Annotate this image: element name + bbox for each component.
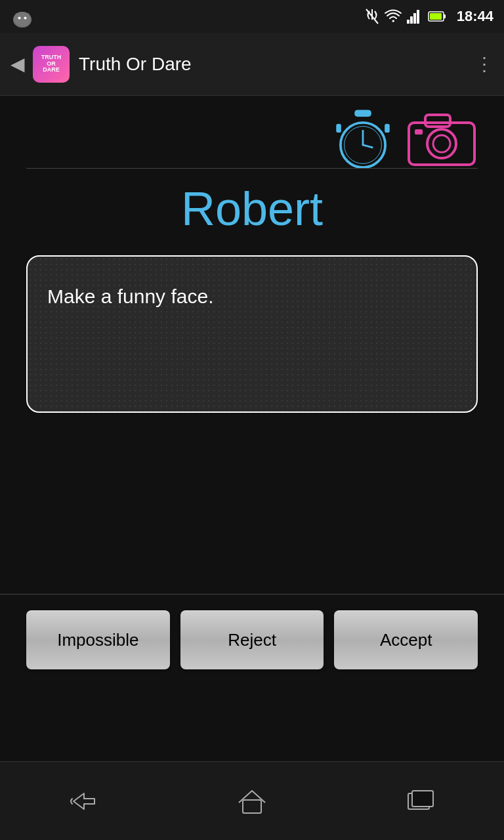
svg-rect-17 xyxy=(355,110,371,116)
svg-rect-11 xyxy=(410,16,413,24)
action-buttons: Impossible Reject Accept xyxy=(0,610,504,669)
challenge-text: Make a funny face. xyxy=(47,283,213,310)
header-divider xyxy=(26,168,478,169)
challenge-card: Make a funny face. xyxy=(26,255,478,413)
svg-point-6 xyxy=(14,12,31,26)
svg-rect-16 xyxy=(430,13,442,20)
status-bar: 18:44 xyxy=(0,0,504,33)
nav-home-icon xyxy=(238,788,266,814)
svg-rect-15 xyxy=(444,14,446,18)
nav-bar xyxy=(0,761,504,840)
signal-icon xyxy=(407,9,423,24)
accept-button[interactable]: Accept xyxy=(334,610,478,669)
camera-icon[interactable] xyxy=(406,109,478,168)
app-bar: ◀ TRUTHORDARE Truth Or Dare ⋮ xyxy=(0,33,504,96)
nav-back-button[interactable] xyxy=(58,782,110,821)
battery-icon xyxy=(428,10,446,22)
bottom-divider xyxy=(0,594,504,595)
svg-point-8 xyxy=(24,17,27,20)
svg-rect-12 xyxy=(413,13,416,24)
svg-point-26 xyxy=(427,129,456,158)
svg-point-27 xyxy=(433,135,450,152)
wifi-icon xyxy=(385,9,402,24)
svg-rect-22 xyxy=(336,124,341,133)
impossible-button[interactable]: Impossible xyxy=(26,610,170,669)
svg-rect-25 xyxy=(425,115,450,127)
mute-icon xyxy=(365,8,379,25)
nav-back-icon xyxy=(68,791,100,812)
status-icons: 18:44 xyxy=(365,8,494,25)
back-button[interactable]: ◀ xyxy=(10,53,25,75)
svg-rect-31 xyxy=(412,791,433,807)
svg-point-7 xyxy=(18,17,21,20)
svg-rect-28 xyxy=(415,129,423,135)
stopwatch-icon[interactable] xyxy=(333,109,392,168)
android-icon xyxy=(10,7,34,33)
svg-rect-13 xyxy=(417,10,419,24)
player-name: Robert xyxy=(181,182,323,236)
svg-rect-23 xyxy=(385,124,390,133)
svg-rect-29 xyxy=(243,800,261,813)
nav-home-button[interactable] xyxy=(226,782,278,821)
reject-button[interactable]: Reject xyxy=(180,610,324,669)
nav-recents-icon xyxy=(406,789,434,813)
svg-rect-10 xyxy=(407,20,410,24)
app-title: Truth Or Dare xyxy=(79,54,475,75)
status-time: 18:44 xyxy=(457,8,494,25)
menu-button[interactable]: ⋮ xyxy=(475,53,494,75)
bottom-section: Impossible Reject Accept xyxy=(0,594,504,669)
nav-recents-button[interactable] xyxy=(394,782,446,821)
icons-row xyxy=(26,96,478,168)
main-content: Robert Make a funny face. Impossible Rej… xyxy=(0,96,504,761)
app-logo: TRUTHORDARE xyxy=(33,46,70,83)
